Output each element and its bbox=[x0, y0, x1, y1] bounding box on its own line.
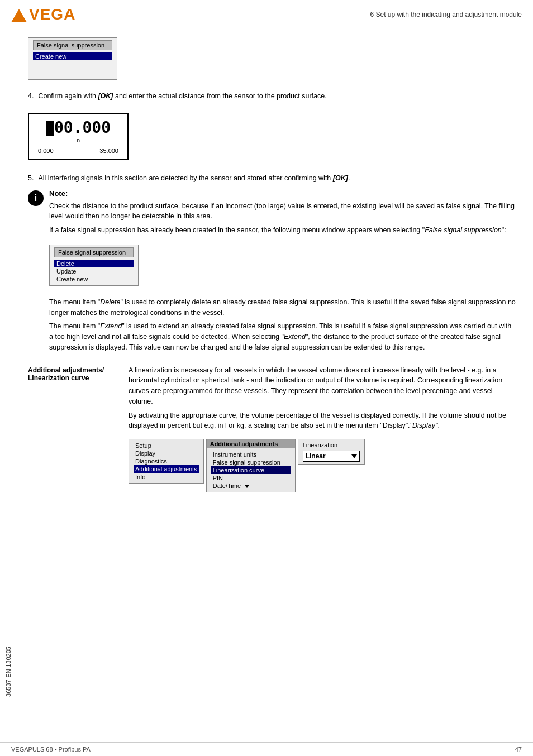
para-extend: The menu item "Extend" is used to extend… bbox=[49, 321, 516, 352]
left-sidebar: 36537-EN-130205 bbox=[0, 27, 17, 742]
note-icon: i bbox=[28, 190, 44, 206]
section-para-2: By activating the appropriate curve, the… bbox=[129, 410, 516, 432]
linearization-value: Linear bbox=[306, 452, 326, 460]
numeric-unit: n bbox=[38, 137, 118, 143]
step-list: 4. Confirm again with [OK] and enter the… bbox=[28, 91, 516, 102]
sidebar-rotated-text: 36537-EN-130205 bbox=[5, 647, 12, 697]
menu-item-update[interactable]: Update bbox=[54, 267, 134, 275]
sub-panel-title: Additional adjustments bbox=[207, 439, 295, 448]
step-5: 5. All interfering signals in this secti… bbox=[28, 173, 516, 184]
menu-box-2-title: False signal suppression bbox=[54, 247, 134, 257]
menu-setup[interactable]: Setup bbox=[134, 442, 199, 449]
sub-false-signal[interactable]: False signal suppression bbox=[211, 458, 291, 466]
sub-datetime[interactable]: Date/Time bbox=[211, 482, 291, 490]
sub-linearization[interactable]: Linearization curve bbox=[211, 466, 291, 474]
note-i-letter: i bbox=[35, 193, 37, 203]
cursor-block bbox=[46, 121, 54, 136]
numeric-display: 00.000 n 0.000 35.000 bbox=[28, 113, 129, 160]
linearization-dropdown[interactable]: Linear bbox=[303, 451, 360, 462]
sub-instrument-units[interactable]: Instrument units bbox=[211, 451, 291, 458]
page-footer: VEGAPULS 68 • Profibus PA 47 bbox=[0, 742, 533, 756]
menu-box-1: False signal suppression Create new bbox=[28, 37, 117, 80]
sub-pin[interactable]: PIN bbox=[211, 474, 291, 482]
range-min: 0.000 bbox=[38, 147, 54, 154]
note-text-2: If a false signal suppression has alread… bbox=[49, 225, 516, 236]
linearization-panel: Linearization Linear bbox=[298, 439, 365, 465]
numeric-value: 00.000 bbox=[38, 118, 118, 137]
step-5-list: 5. All interfering signals in this secti… bbox=[28, 173, 516, 184]
logo-triangle bbox=[11, 9, 27, 22]
step-5-number: 5. bbox=[28, 173, 34, 184]
note-content: Note: Check the distance to the product … bbox=[49, 189, 516, 356]
menu-item-create-new-2[interactable]: Create new bbox=[54, 275, 134, 283]
menu-additional[interactable]: Additional adjustments bbox=[134, 465, 199, 473]
sub-menu-panel: Additional adjustments Instrument units … bbox=[206, 439, 296, 492]
dropdown-arrow-icon bbox=[351, 454, 357, 458]
footer-left: VEGAPULS 68 • Profibus PA bbox=[11, 746, 91, 753]
range-max: 35.000 bbox=[99, 147, 118, 154]
menu-item-create-new[interactable]: Create new bbox=[33, 52, 112, 60]
step-4-number: 4. bbox=[28, 91, 34, 102]
chapter-title: 6 Set up with the indicating and adjustm… bbox=[370, 11, 522, 18]
menu-box-1-title: False signal suppression bbox=[33, 40, 112, 50]
numeric-range: 0.000 35.000 bbox=[38, 146, 118, 154]
note-label: Note: bbox=[49, 189, 516, 198]
menu-display[interactable]: Display bbox=[134, 449, 199, 457]
para-delete: The menu item "Delete" is used to comple… bbox=[49, 297, 516, 318]
step-5-text: All interfering signals in this section … bbox=[38, 173, 350, 184]
note-text-1: Check the distance to the product surfac… bbox=[49, 201, 516, 222]
section-heading-col: Additional adjustments/ Linearization cu… bbox=[28, 362, 117, 493]
linearization-title: Linearization bbox=[303, 442, 360, 448]
main-menu-panel: Setup Display Diagnostics Additional adj… bbox=[129, 439, 204, 484]
menu-box-2: False signal suppression Delete Update C… bbox=[49, 245, 139, 286]
menu-info[interactable]: Info bbox=[134, 473, 199, 481]
menu-diagnostics[interactable]: Diagnostics bbox=[134, 457, 199, 465]
step-4: 4. Confirm again with [OK] and enter the… bbox=[28, 91, 516, 102]
section-content-col: A linearization is necessary for all ves… bbox=[129, 362, 516, 493]
main-content: False signal suppression Create new 4. C… bbox=[17, 27, 533, 742]
logo: VEGA bbox=[11, 6, 75, 23]
section-para-1: A linearization is necessary for all ves… bbox=[129, 365, 516, 407]
note-block: i Note: Check the distance to the produc… bbox=[28, 189, 516, 356]
page-header: VEGA 6 Set up with the indicating and ad… bbox=[0, 0, 533, 27]
section-heading: Additional adjustments/ Linearization cu… bbox=[28, 366, 117, 382]
footer-right: 47 bbox=[515, 746, 522, 753]
bottom-screenshot: Setup Display Diagnostics Additional adj… bbox=[129, 439, 516, 492]
section-two-col: Additional adjustments/ Linearization cu… bbox=[28, 362, 516, 493]
menu-item-delete[interactable]: Delete bbox=[54, 260, 134, 267]
step-4-text: Confirm again with [OK] and enter the ac… bbox=[38, 91, 326, 102]
